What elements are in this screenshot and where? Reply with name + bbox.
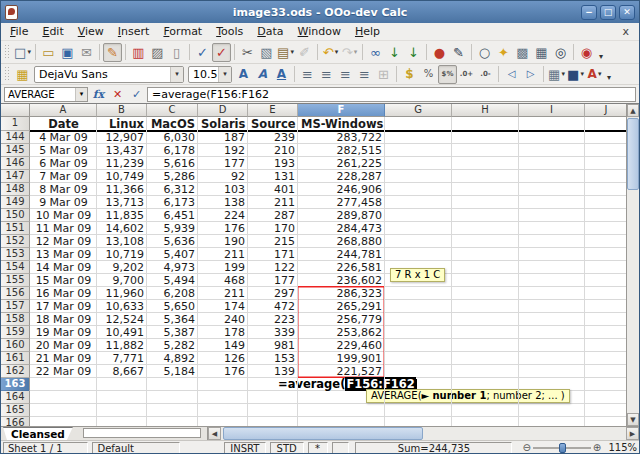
cell[interactable]: 174 (198, 300, 248, 313)
sheet-number-field[interactable]: Sheet 1 / 1 (3, 442, 88, 454)
cell[interactable]: MS-Windows (298, 117, 385, 131)
cell[interactable]: 287 (248, 209, 298, 222)
cell[interactable]: 122 (248, 261, 298, 274)
row-header-160[interactable]: 160 (1, 339, 30, 352)
column-header-B[interactable]: B (97, 104, 147, 117)
chevron-down-icon[interactable]: ▾ (170, 67, 183, 82)
accept-icon[interactable]: ✓ (128, 86, 145, 102)
cell[interactable]: 199 (198, 261, 248, 274)
delete-decimal-place-icon[interactable]: .0- (476, 65, 495, 84)
cell[interactable]: 139 (248, 365, 298, 378)
zoom-slider[interactable]: ⊖ ⊕ (522, 442, 601, 453)
formula-input-line[interactable]: =average(F156:F162 (147, 87, 636, 102)
cell[interactable]: 11 Mar 09 (30, 222, 97, 235)
sheet-tab-cleansed[interactable]: Cleansed (3, 427, 73, 440)
column-header-G[interactable]: G (385, 104, 452, 117)
export-pdf-icon[interactable]: ▥ (129, 43, 148, 62)
cell[interactable]: 4,892 (147, 352, 198, 365)
paste-icon[interactable]: ▤▾ (276, 43, 295, 62)
toolbar-grip[interactable] (4, 66, 10, 82)
cancel-icon[interactable]: ✕ (109, 86, 126, 102)
cell[interactable]: 981 (248, 339, 298, 352)
menu-item-edit[interactable]: Edit (35, 23, 70, 40)
cell[interactable]: 282,515 (298, 144, 385, 157)
cell[interactable]: 6,451 (147, 209, 198, 222)
chevron-down-icon[interactable]: ▾ (75, 88, 87, 101)
row-header-150[interactable]: 150 (1, 209, 30, 222)
cell[interactable]: 13,108 (97, 235, 147, 248)
font-name-combo[interactable]: DejaVu Sans ▾ (34, 66, 184, 83)
cell[interactable]: 12 Mar 09 (30, 235, 97, 248)
cell[interactable]: 16 Mar 09 (30, 287, 97, 300)
number-format-percent-icon[interactable]: % (419, 65, 438, 84)
row-header-144[interactable]: 144 (1, 131, 30, 144)
column-header-I[interactable]: I (519, 104, 585, 117)
auto-spellcheck-icon[interactable]: ✓ (212, 43, 231, 62)
cell[interactable]: 14 Mar 09 (30, 261, 97, 274)
row-header-159[interactable]: 159 (1, 326, 30, 339)
number-format-currency-icon[interactable]: $ (400, 65, 419, 84)
row-header-148[interactable]: 148 (1, 183, 30, 196)
cell[interactable]: Solaris (198, 117, 248, 131)
cell[interactable]: 13,713 (97, 196, 147, 209)
zoom-icon[interactable]: ◎ (551, 43, 570, 62)
menu-item-window[interactable]: Window (291, 23, 348, 40)
zoom-in-icon[interactable]: ⊕ (593, 442, 601, 453)
cell[interactable]: 5,282 (147, 339, 198, 352)
italic-icon[interactable]: A (253, 65, 272, 84)
number-format-standard-icon[interactable]: $% (438, 65, 457, 84)
cell[interactable]: 10,749 (97, 170, 147, 183)
cell[interactable]: 11,835 (97, 209, 147, 222)
insert-chart-icon[interactable]: ● (430, 43, 449, 62)
cell[interactable]: 5,636 (147, 235, 198, 248)
row-header-154[interactable]: 154 (1, 261, 30, 274)
horizontal-scrollbar-thumb[interactable] (223, 427, 423, 440)
menu-item-view[interactable]: View (71, 23, 111, 40)
print-icon[interactable]: ▨ (148, 43, 167, 62)
sort-descending-icon[interactable]: ↓ (404, 43, 423, 62)
cell[interactable]: 7 Mar 09 (30, 170, 97, 183)
row-header-1[interactable]: 1 (1, 117, 30, 131)
cell[interactable]: 265,291 (298, 300, 385, 313)
cell[interactable]: 176 (198, 365, 248, 378)
cell[interactable]: 244,781 (298, 248, 385, 261)
paste-dropdown-icon[interactable]: ▾ (290, 48, 294, 56)
close-button[interactable]: ✕ (619, 5, 635, 20)
cell[interactable]: 170 (248, 222, 298, 235)
vertical-scrollbar[interactable]: ▲ ▼ (626, 104, 639, 426)
align-left-icon[interactable]: ≡ (298, 65, 317, 84)
cell[interactable]: 221,527 (298, 365, 385, 378)
cell[interactable]: 239 (248, 131, 298, 144)
copy-icon[interactable]: ▧ (257, 43, 276, 62)
cell[interactable]: 19 Mar 09 (30, 326, 97, 339)
undo-dropdown-icon[interactable]: ▾ (335, 48, 339, 56)
cell[interactable]: 171 (248, 248, 298, 261)
cell[interactable]: 4,973 (147, 261, 198, 274)
scroll-right-icon[interactable]: ▶ (626, 427, 639, 440)
horizontal-scrollbar-track[interactable] (221, 427, 626, 440)
find-replace-icon[interactable]: ○ (475, 43, 494, 62)
cell[interactable]: 339 (248, 326, 298, 339)
row-header-162[interactable]: 162 (1, 365, 30, 378)
hyperlink-icon[interactable]: ∞ (366, 43, 385, 62)
bold-icon[interactable]: A (234, 65, 253, 84)
cell[interactable]: 21 Mar 09 (30, 352, 97, 365)
cell[interactable]: 11,239 (97, 157, 147, 170)
cell[interactable]: 226,581 (298, 261, 385, 274)
close-document-button[interactable]: x (614, 25, 637, 38)
row-header-149[interactable]: 149 (1, 196, 30, 209)
cell[interactable]: 210 (248, 144, 298, 157)
open-document-icon[interactable]: ▭ (39, 43, 58, 62)
row-header-153[interactable]: 153 (1, 248, 30, 261)
cell[interactable]: 5,650 (147, 300, 198, 313)
cell[interactable]: 228,287 (298, 170, 385, 183)
cell[interactable]: 6,208 (147, 287, 198, 300)
cell[interactable]: 9 Mar 09 (30, 196, 97, 209)
cell[interactable]: 103 (198, 183, 248, 196)
function-wizard-icon[interactable]: fx (90, 86, 107, 102)
cell[interactable]: 12,524 (97, 313, 147, 326)
document-as-email-icon[interactable]: ✉ (77, 43, 96, 62)
horizontal-scrollbar[interactable]: ◀ ▶ (207, 427, 639, 440)
cell[interactable]: 10,719 (97, 248, 147, 261)
cell[interactable]: 8 Mar 09 (30, 183, 97, 196)
